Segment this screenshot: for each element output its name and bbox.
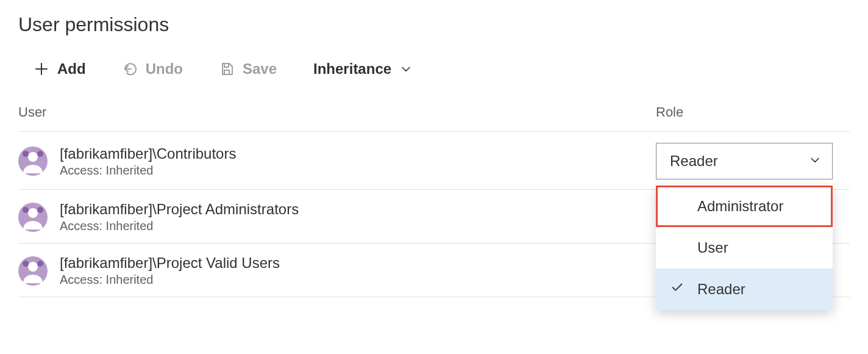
group-avatar-icon	[18, 203, 48, 232]
svg-point-6	[23, 207, 29, 213]
role-option-reader[interactable]: Reader	[656, 269, 833, 310]
svg-point-10	[23, 261, 29, 267]
user-access: Access: Inherited	[60, 219, 299, 233]
add-button[interactable]: Add	[34, 60, 86, 78]
undo-label: Undo	[146, 60, 183, 78]
inheritance-label: Inheritance	[313, 60, 391, 78]
svg-point-3	[37, 151, 43, 157]
role-option-label: Administrator	[697, 198, 783, 215]
toolbar: Add Undo Save Inheritance	[34, 60, 850, 78]
column-header-role: Role	[656, 104, 850, 120]
role-option-label: Reader	[697, 281, 745, 298]
undo-icon	[123, 62, 137, 76]
role-option-user[interactable]: User	[656, 227, 833, 269]
user-name: [fabrikamfiber]\Project Valid Users	[60, 255, 280, 272]
role-option-label: User	[697, 239, 728, 256]
save-button[interactable]: Save	[219, 60, 277, 78]
inheritance-button[interactable]: Inheritance	[313, 60, 414, 78]
chevron-down-icon	[809, 153, 821, 170]
save-icon	[219, 62, 234, 76]
table-row: [fabrikamfiber]\Contributors Access: Inh…	[18, 132, 850, 190]
chevron-down-icon	[400, 62, 414, 76]
role-select[interactable]: Reader	[656, 143, 833, 179]
page-title: User permissions	[18, 13, 850, 36]
undo-button[interactable]: Undo	[123, 60, 183, 78]
column-header-user: User	[18, 104, 656, 120]
group-avatar-icon	[18, 146, 48, 176]
svg-point-2	[23, 151, 29, 157]
user-name: [fabrikamfiber]\Project Administrators	[60, 201, 299, 218]
add-label: Add	[57, 60, 86, 78]
save-label: Save	[243, 60, 277, 78]
svg-point-9	[28, 262, 38, 272]
user-name: [fabrikamfiber]\Contributors	[60, 145, 236, 162]
group-avatar-icon	[18, 256, 48, 286]
column-headers: User Role	[18, 104, 850, 132]
role-dropdown: Administrator User Reader	[656, 186, 833, 310]
role-option-administrator[interactable]: Administrator	[656, 186, 833, 227]
svg-point-5	[28, 208, 38, 218]
svg-point-1	[28, 152, 38, 162]
plus-icon	[34, 62, 49, 76]
check-icon	[671, 281, 684, 298]
svg-point-7	[37, 207, 43, 213]
role-select-value: Reader	[670, 153, 718, 170]
user-access: Access: Inherited	[60, 273, 280, 287]
svg-point-11	[37, 261, 43, 267]
user-access: Access: Inherited	[60, 164, 236, 178]
